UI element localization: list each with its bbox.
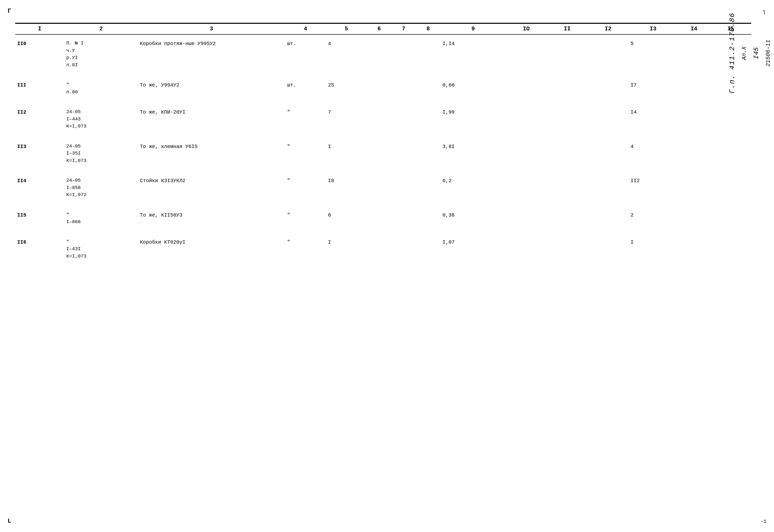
row-id: III [15,76,64,103]
row-col-10 [506,76,547,103]
row-col-6 [367,206,391,233]
row-col-14 [678,103,710,138]
row-col-14 [678,138,710,172]
row-result: I4 [629,103,678,138]
row-description: То же, клемная У6I5 [138,138,285,172]
row-result: II2 [629,172,678,206]
row-col-8 [416,172,441,206]
row-description: Стойки К3I3УКЛ2 [138,172,285,206]
row-ref: "I–43IК=I,073 [64,233,138,268]
row-ref: 24–05I–443К=I,073 [64,103,138,138]
row-col-7 [391,138,416,172]
header-col-13: I3 [629,23,678,34]
row-col-10 [506,172,547,206]
row-value: 0,66 [441,76,506,103]
row-description: Коробки КТ020уI [138,233,285,268]
row-value: 3,8I [441,138,506,172]
row-qty: I [326,138,367,172]
row-col-12 [588,206,629,233]
corner-bottom-left: L [8,518,11,524]
row-col-8 [416,76,441,103]
row-ref: "п.80 [64,76,138,103]
row-col-15 [710,233,751,268]
row-col-15 [710,138,751,172]
header-col-11: II [547,23,588,34]
row-col-8 [416,103,441,138]
row-col-11 [547,233,588,268]
row-col-12 [588,233,629,268]
row-col-7 [391,233,416,268]
corner-bottom-right: -1 [760,519,766,524]
row-col-8 [416,138,441,172]
row-qty: 4 [326,34,367,76]
row-id: II5 [15,206,64,233]
row-value: 6,2 [441,172,506,206]
header-col-4: 4 [285,23,326,34]
row-col-10 [506,233,547,268]
page: Г L ┐ -1 Г.п. 411.2-170.86 Ал.Х I45 2150… [0,0,774,532]
row-col-15 [710,172,751,206]
row-result: I7 [629,76,678,103]
row-value: I,99 [441,103,506,138]
row-col-10 [506,103,547,138]
row-qty: 25 [326,76,367,103]
header-col-9: 9 [441,23,506,34]
row-col-14 [678,172,710,206]
row-id: II0 [15,34,64,76]
header-row: I 2 3 4 5 6 7 8 9 IO II I2 I3 I4 I5 [15,23,751,34]
row-description: То же, КII50У3 [138,206,285,233]
header-col-10: IO [506,23,547,34]
table-row: II6"I–43IК=I,073Коробки КТ020уI"II,07I [15,233,751,268]
row-description: Коробки протяж-ные У995У2 [138,34,285,76]
row-col-11 [547,76,588,103]
row-unit: шт. [285,76,326,103]
row-result: 2 [629,206,678,233]
row-col-14 [678,233,710,268]
table-row: II224–05I–443К=I,073То же, КПИ-20УI"7I,9… [15,103,751,138]
table-row: II424–05I–858К=I,072Стойки К3I3УКЛ2"I86,… [15,172,751,206]
row-result: 5 [629,34,678,76]
row-ref: П. № Iч.Ур.УIп.8I [64,34,138,76]
header-col-6: 6 [367,23,391,34]
header-col-3: 3 [138,23,285,34]
row-col-14 [678,76,710,103]
corner-top-left: Г [8,8,11,14]
row-col-10 [506,206,547,233]
page-number: I45 [752,47,760,59]
row-id: II3 [15,138,64,172]
row-id: II2 [15,103,64,138]
row-col-8 [416,206,441,233]
row-unit: " [285,138,326,172]
main-table-wrapper: I 2 3 4 5 6 7 8 9 IO II I2 I3 I4 I5 [15,23,751,267]
row-ref: 24–05I–35IК=I,073 [64,138,138,172]
row-col-15 [710,206,751,233]
row-col-7 [391,76,416,103]
row-value: I,07 [441,233,506,268]
table-row: II5"I–866То же, КII50У3"60,382 [15,206,751,233]
row-col-10 [506,138,547,172]
row-col-6 [367,138,391,172]
table-row: II324–05I–35IК=I,073То же, клемная У6I5"… [15,138,751,172]
row-unit: " [285,103,326,138]
row-col-6 [367,103,391,138]
row-col-7 [391,103,416,138]
header-col-5: 5 [326,23,367,34]
row-col-7 [391,172,416,206]
row-ref: 24–05I–858К=I,072 [64,172,138,206]
header-col-15: I5 [710,23,751,34]
row-qty: I [326,233,367,268]
row-col-7 [391,206,416,233]
row-result: 4 [629,138,678,172]
row-id: II6 [15,233,64,268]
header-col-8: 8 [416,23,441,34]
row-unit: " [285,206,326,233]
serial-number: 21506-11 [765,40,771,67]
row-description: То же, КПИ-20УI [138,103,285,138]
row-col-15 [710,34,751,76]
row-unit: " [285,172,326,206]
row-ref: "I–866 [64,206,138,233]
row-qty: 7 [326,103,367,138]
row-col-12 [588,172,629,206]
row-value: 0,38 [441,206,506,233]
table-row: II0П. № Iч.Ур.УIп.8IКоробки протяж-ные У… [15,34,751,76]
